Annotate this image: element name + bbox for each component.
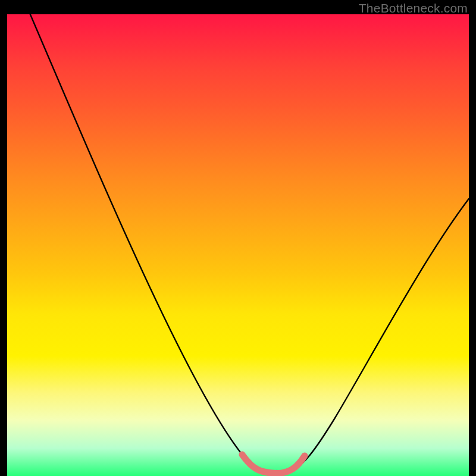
watermark-text: TheBottleneck.com bbox=[359, 1, 468, 15]
chart-background-gradient bbox=[7, 14, 469, 476]
chart-frame bbox=[7, 14, 469, 476]
